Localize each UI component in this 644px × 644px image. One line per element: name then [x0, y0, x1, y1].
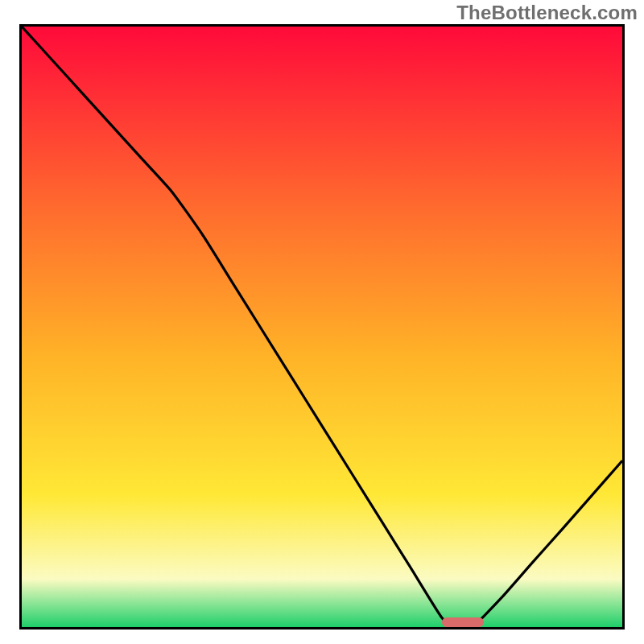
chart-frame: [19, 24, 625, 630]
bottleneck-curve-svg: [22, 27, 622, 627]
minimum-marker: [442, 617, 484, 627]
chart-stage: TheBottleneck.com: [0, 0, 644, 644]
plot-area: [22, 27, 622, 627]
attribution-label: TheBottleneck.com: [456, 2, 638, 24]
bottleneck-curve-path: [22, 27, 622, 627]
